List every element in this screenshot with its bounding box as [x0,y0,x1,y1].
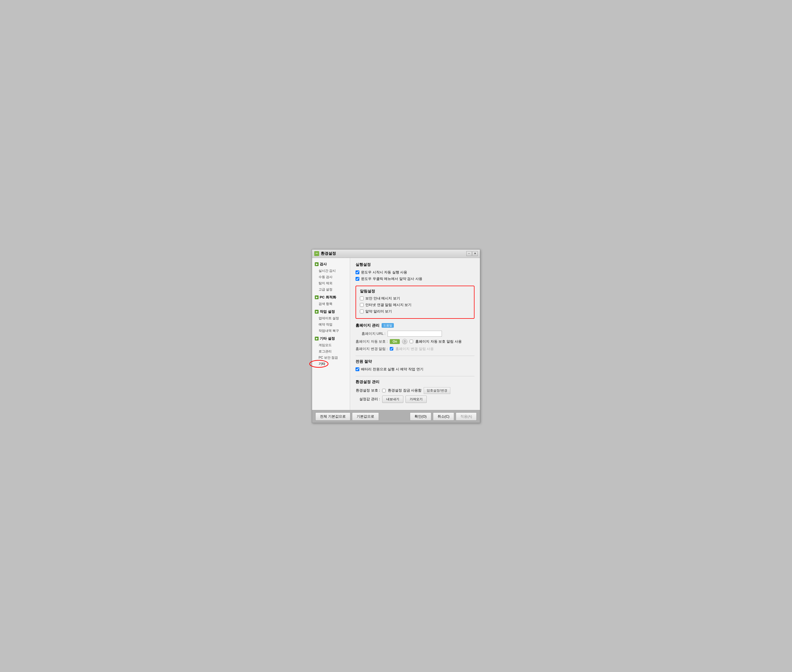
sidebar-item-manual[interactable]: 수동 검사 [312,274,350,280]
sidebar-arrow-pc: ▶ [315,295,319,299]
alertme-checkbox[interactable] [360,310,364,313]
alarm-checkbox-internet: 인터넷 연결 알림 메시지 보기 [360,302,470,307]
security-msg-checkbox[interactable] [360,296,364,300]
sidebar-arrow-etc: ▶ [315,337,319,341]
battery-checkbox[interactable] [356,367,359,371]
sidebar-header-etc[interactable]: ▶ 기타 설정 [312,335,350,342]
checkbox-autorun: 윈도우 시작시 자동 실행 사용 [356,270,475,275]
settings-window: ✏ 환경설정 − ✕ ▶ 검사 실시간 감시 수동 검사 탐지 제외 고급 설정 [312,249,480,423]
power-section: 전원 절약 배터리 전원으로 실행 시 예약 작업 연기 [356,359,475,372]
change-alarm-label: 홈페이지 변경 알림 사용 [396,346,434,351]
env-title: 환경설정 관리 [356,379,475,384]
sidebar-item-search[interactable]: 검색 항목 [312,301,350,307]
sidebar-item-schedule[interactable]: 예약 작업 [312,322,350,328]
question-btn[interactable]: ? [402,339,407,344]
url-input[interactable] [388,331,442,337]
sidebar-item-gamemode[interactable]: 게임모드 [312,342,350,348]
cancel-button[interactable]: 취소(C) [433,413,454,421]
sidebar-item-log[interactable]: 로그관리 [312,348,350,355]
rightclick-label: 윈도우 우클릭 메뉴에서 알약 검사 사용 [361,277,422,281]
main-layout: ▶ 검사 실시간 감시 수동 검사 탐지 제외 고급 설정 ▶ PC 최적화 검… [312,258,480,410]
etc-label: 기타 [319,362,325,366]
export-btn[interactable]: 내보내기 [382,395,403,403]
sidebar-item-realtime[interactable]: 실시간 감시 [312,268,350,274]
alarm-checkbox-security: 보안 안내 메시지 보기 [360,296,470,301]
sidebar-section-pc: ▶ PC 최적화 검색 항목 [312,294,350,307]
all-default-button[interactable]: 전체 기본값으로 [315,413,350,421]
footer-right: 확인(O) 취소(C) 적용(A) [410,413,477,421]
security-msg-label: 보안 안내 메시지 보기 [365,296,400,301]
alarm-checkbox-alertme: 알약 알리미 보기 [360,309,470,314]
change-label: 홈페이지 변경 알림 : [356,346,388,351]
on-badge[interactable]: On [390,339,400,344]
apply-button[interactable]: 적용(A) [456,413,477,421]
internet-alarm-label: 인터넷 연결 알림 메시지 보기 [365,302,412,307]
sidebar-section-scan: ▶ 검사 실시간 감시 수동 검사 탐지 제외 고급 설정 [312,261,350,293]
autorun-label: 윈도우 시작시 자동 실행 사용 [361,270,407,275]
confirm-button[interactable]: 확인(O) [410,413,431,421]
rightclick-checkbox[interactable] [356,277,359,281]
protect-checkbox[interactable] [382,389,386,392]
window-controls: − ✕ [467,251,478,256]
footer: 전체 기본값으로 기본값으로 확인(O) 취소(C) 적용(A) [312,410,480,423]
sidebar-header-scan[interactable]: ▶ 검사 [312,261,350,268]
auto-protect-alarm-checkbox[interactable] [410,340,413,343]
password-btn[interactable]: 암호설정/변경 [424,387,450,394]
battery-checkbox-row: 배터리 전원으로 실행 시 예약 작업 연기 [356,367,475,372]
url-label: 홈페이지 URL : [356,331,385,336]
homepage-section: 홈페이지 관리 도움말 홈페이지 URL : 홈페이지 자동 보호 : On ?… [356,323,475,351]
protect-row: 환경설정 보호 : 환경설정 잠금 사용함 암호설정/변경 [356,387,475,394]
change-alarm-row: 홈페이지 변경 알림 : 홈페이지 변경 알림 사용 [356,346,475,351]
battery-label: 배터리 전원으로 실행 시 예약 작업 연기 [361,367,423,372]
settings-row: 설정값 관리 : 내보내기 가져오기 [356,395,475,403]
protect-label: 환경설정 보호 : [356,388,380,393]
title-bar-left: ✏ 환경설정 [314,251,336,256]
alarm-title: 알림설정 [360,289,470,294]
sidebar-item-etc-highlighted[interactable]: 기타 [312,361,350,367]
sidebar-item-security-check[interactable]: PC 보안 점검 [312,355,350,361]
homepage-title: 홈페이지 관리 [356,323,380,328]
close-button[interactable]: ✕ [472,251,478,256]
alertme-label: 알약 알리미 보기 [365,309,392,314]
auto-protect-label: 홈페이지 자동 보호 : [356,339,388,344]
protect-checkbox-label: 환경설정 잠금 사용함 [388,388,422,393]
minimize-button[interactable]: − [467,251,472,256]
checkbox-rightclick: 윈도우 우클릭 메뉴에서 알약 검사 사용 [356,277,475,281]
sidebar-item-advanced[interactable]: 고급 설정 [312,286,350,293]
sidebar-item-restore[interactable]: 작업내역 복구 [312,328,350,334]
auto-protect-alarm-label: 홈페이지 자동 보호 알림 사용 [415,339,462,344]
sidebar-section-task: ▶ 작업 설정 업데이트 설정 예약 작업 작업내역 복구 [312,308,350,334]
window-title: 환경설정 [321,251,336,256]
sidebar-item-update[interactable]: 업데이트 설정 [312,315,350,322]
app-icon: ✏ [314,251,319,256]
sidebar-header-task-label: 작업 설정 [320,309,335,314]
sidebar-header-task[interactable]: ▶ 작업 설정 [312,308,350,315]
title-bar: ✏ 환경설정 − ✕ [312,250,480,258]
internet-alarm-checkbox[interactable] [360,303,364,307]
sidebar-header-pc[interactable]: ▶ PC 최적화 [312,294,350,301]
divider2 [356,376,475,376]
sidebar: ▶ 검사 실시간 감시 수동 검사 탐지 제외 고급 설정 ▶ PC 최적화 검… [312,258,350,410]
sidebar-arrow-task: ▶ [315,310,319,314]
power-title: 전원 절약 [356,359,475,364]
execution-title: 실행설정 [356,262,475,267]
import-btn[interactable]: 가져오기 [406,395,427,403]
footer-left: 전체 기본값으로 기본값으로 [315,413,379,421]
sidebar-header-etc-label: 기타 설정 [320,336,335,341]
settings-label: 설정값 관리 : [356,397,380,402]
help-badge[interactable]: 도움말 [382,323,394,328]
default-button[interactable]: 기본값으로 [352,413,379,421]
autorun-checkbox[interactable] [356,270,359,274]
url-row: 홈페이지 URL : [356,331,475,337]
auto-protect-row: 홈페이지 자동 보호 : On ? 홈페이지 자동 보호 알림 사용 [356,339,475,344]
sidebar-section-etc: ▶ 기타 설정 게임모드 로그관리 PC 보안 점검 기타 [312,335,350,367]
sidebar-item-exclude[interactable]: 탐지 제외 [312,280,350,286]
execution-section: 실행설정 윈도우 시작시 자동 실행 사용 윈도우 우클릭 메뉴에서 알약 검사… [356,262,475,281]
content-area: 실행설정 윈도우 시작시 자동 실행 사용 윈도우 우클릭 메뉴에서 알약 검사… [350,258,480,410]
sidebar-header-pc-label: PC 최적화 [320,295,336,300]
alarm-section: 알림설정 보안 안내 메시지 보기 인터넷 연결 알림 메시지 보기 알약 알리… [356,286,475,319]
sidebar-header-scan-label: 검사 [320,262,327,267]
sidebar-arrow-scan: ▶ [315,262,319,266]
env-management-section: 환경설정 관리 환경설정 보호 : 환경설정 잠금 사용함 암호설정/변경 설정… [356,379,475,403]
change-alarm-checkbox[interactable] [390,347,393,350]
